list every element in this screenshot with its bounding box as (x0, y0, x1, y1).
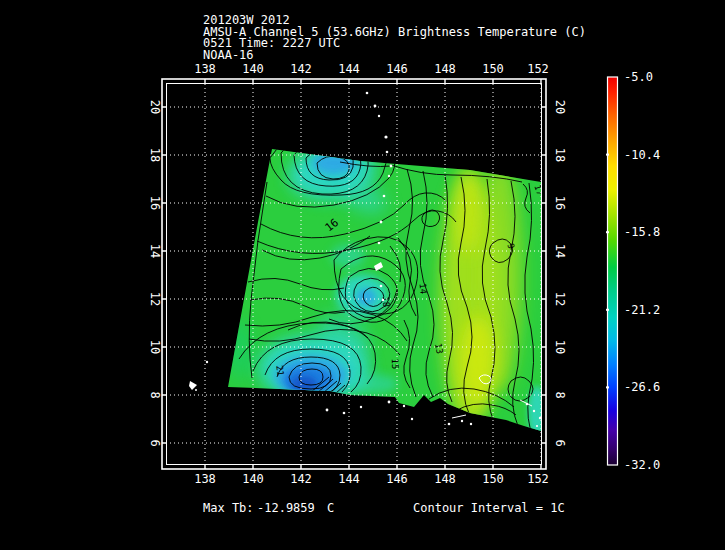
colorbar-label: -5.0 (624, 70, 653, 84)
lon-tick-label: 142 (290, 62, 312, 76)
island-dot (536, 425, 538, 427)
colorbar-label: -10.4 (624, 148, 660, 162)
lon-tick-label: 146 (386, 472, 408, 486)
island-dot (384, 135, 387, 138)
lon-tick-label: 148 (434, 472, 456, 486)
colorbar-tick (606, 309, 609, 311)
island-dot (366, 92, 369, 95)
island-dot (533, 410, 535, 412)
contour-label: 18 (381, 296, 392, 308)
colorbar-label: -32.0 (624, 458, 660, 472)
max-tb-unit: C (327, 501, 334, 515)
lon-tick-label: 150 (482, 62, 504, 76)
island-dot (378, 115, 380, 117)
colorbar-tick (606, 154, 609, 156)
lat-tick-label: 6 (148, 439, 162, 446)
warm-core-north (454, 170, 482, 254)
island-dot (390, 165, 393, 168)
lon-tick-label: 142 (290, 472, 312, 486)
lat-tick-label: 12 (148, 292, 162, 306)
lon-tick-label: 140 (242, 62, 264, 76)
island-dot (326, 409, 329, 412)
lat-tick-label: 18 (553, 148, 567, 162)
lon-tick-label: 152 (527, 62, 549, 76)
lon-tick-label: 150 (482, 472, 504, 486)
island-dot (206, 361, 208, 363)
brightness-temperature-plot: 201203W 2012 AMSU-A Channel 5 (53.6GHz) … (0, 0, 725, 550)
island-dot (380, 285, 383, 288)
colorbar-label: -26.6 (624, 380, 660, 394)
lon-tick-label: 138 (194, 472, 216, 486)
lat-tick-label: 8 (553, 391, 567, 398)
lon-tick-label: 140 (242, 472, 264, 486)
contour-label: 14 (417, 283, 428, 295)
island-dot (411, 418, 413, 420)
island-dot (403, 405, 405, 407)
lat-tick-label: 16 (553, 196, 567, 210)
max-tb-value: -12.9859 (257, 501, 315, 515)
lat-tick-label: 14 (148, 244, 162, 258)
lat-tick-label: 16 (148, 196, 162, 210)
island-dot (388, 401, 391, 404)
contour-interval-label: Contour Interval = 1C (413, 501, 565, 515)
lat-tick-label: 10 (148, 340, 162, 354)
island-dot (461, 420, 463, 422)
lat-tick-label: 18 (148, 148, 162, 162)
lat-tick-label: 10 (553, 340, 567, 354)
max-tb-label: Max Tb: (203, 501, 254, 515)
lat-tick-label: 8 (148, 391, 162, 398)
contour-label: 21 (274, 365, 285, 377)
lon-tick-label: 146 (386, 62, 408, 76)
lat-tick-label: 14 (553, 244, 567, 258)
colorbar-label: -15.8 (624, 225, 660, 239)
island-dot (388, 175, 390, 177)
island-dot (383, 195, 386, 198)
island-dot (195, 389, 197, 391)
lon-tick-label: 144 (338, 62, 360, 76)
lat-tick-label: 12 (553, 292, 567, 306)
lon-tick-label: 152 (527, 472, 549, 486)
lon-tick-label: 148 (434, 62, 456, 76)
colorbar-tick (606, 231, 609, 233)
contour-label: 13 (433, 342, 445, 354)
island-dot (343, 412, 346, 415)
lat-tick-label: 6 (553, 439, 567, 446)
island-dot (470, 423, 472, 425)
lat-tick-label: 20 (553, 100, 567, 114)
colorbar-tick (606, 386, 609, 388)
colorbar-label: -21.2 (624, 303, 660, 317)
island-dot (539, 417, 541, 419)
lon-tick-label: 144 (338, 472, 360, 486)
island-dot (448, 423, 451, 426)
island-dot (380, 221, 383, 224)
satellite-label: NOAA-16 (203, 48, 254, 62)
island-dot (386, 151, 389, 154)
contour-label: 15 (390, 358, 400, 369)
colorbar-gradient (608, 77, 618, 465)
warm-core-south (460, 316, 496, 408)
island-dot (360, 406, 362, 408)
lon-tick-label: 138 (194, 62, 216, 76)
lat-tick-label: 20 (148, 100, 162, 114)
island-dot (378, 242, 381, 245)
